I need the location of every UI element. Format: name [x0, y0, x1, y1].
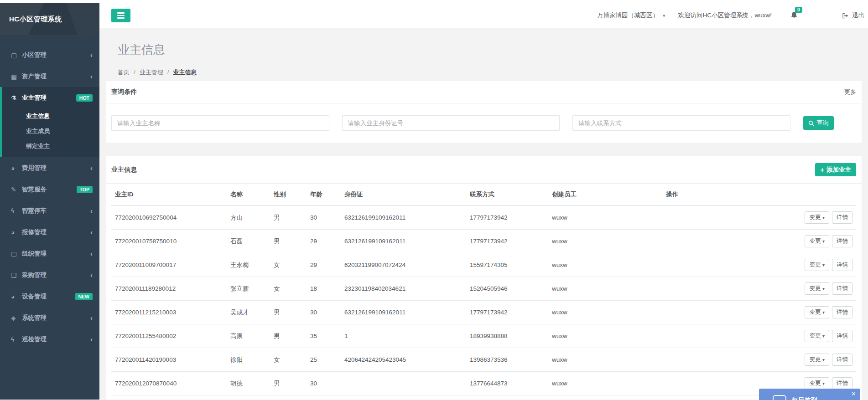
chevron-left-icon: ‹ [90, 314, 93, 321]
sidebar-item-label: 智慧服务 [22, 185, 47, 194]
sidebar-subitem[interactable]: 绑定业主 [2, 138, 99, 154]
breadcrumb-current: 业主信息 [173, 69, 197, 76]
daily-signin-toast[interactable]: ✕ 每日签到 [759, 389, 860, 400]
cell-idcard: 632126199109162011 [341, 206, 466, 230]
caret-down-icon: ▾ [822, 357, 825, 362]
column-header-4: 年龄 [307, 184, 341, 206]
sidebar-item-9[interactable]: ❏ 采购管理 ‹ [0, 264, 99, 286]
cell-phone: 13986373536 [466, 348, 548, 372]
cell-gender: 男 [270, 301, 307, 324]
sidebar-item-label: 采购管理 [22, 271, 47, 279]
sidebar-item-1[interactable]: ▢ 小区管理 ‹ [0, 44, 99, 66]
close-icon[interactable]: ✕ [851, 390, 856, 397]
cell-gender: 男 [270, 230, 307, 253]
cell-name: 王永梅 [227, 253, 270, 277]
sidebar-item-label: 智慧停车 [22, 207, 47, 215]
cell-age: 30 [307, 206, 341, 230]
community-selector[interactable]: 万博家博园（城西区） ▾ [597, 11, 665, 20]
cell-age: 18 [307, 277, 341, 301]
change-button[interactable]: 变更 ▾ [805, 330, 829, 342]
breadcrumb-owner-mgmt[interactable]: 业主管理 [140, 69, 173, 76]
change-button[interactable]: 变更 ▾ [805, 354, 829, 366]
sidebar-group: ▦ 资产管理 ‹ [0, 66, 99, 87]
cell-owner-id: 772020010692750004 [111, 206, 227, 230]
detail-button[interactable]: 详情 [832, 306, 852, 318]
bolt-icon: ϟ [11, 207, 22, 215]
sidebar-submenu: 业主信息 业主成员 绑定业主 [2, 108, 99, 154]
sidebar-item-6[interactable]: ϟ 智慧停车 ‹ [0, 200, 99, 221]
detail-button[interactable]: 详情 [832, 330, 852, 342]
change-button[interactable]: 变更 ▾ [805, 211, 829, 224]
caret-down-icon: ▾ [822, 215, 825, 220]
change-button[interactable]: 变更 ▾ [805, 282, 829, 295]
column-header-5: 身份证 [341, 184, 466, 206]
change-button[interactable]: 变更 ▾ [805, 259, 829, 271]
search-button[interactable]: 查询 [803, 116, 834, 130]
notifications-button[interactable]: 0 [790, 11, 798, 21]
sidebar-subitem[interactable]: 业主信息 [2, 108, 99, 123]
owner-phone-input[interactable] [572, 115, 790, 131]
add-owner-button[interactable]: + 添加业主 [815, 163, 856, 176]
cell-phone: 15597174305 [466, 253, 548, 277]
owners-panel-title: 业主信息 [111, 166, 137, 174]
sidebar-item-10[interactable]: ◕ 设备管理 NEW [0, 286, 99, 307]
sidebar-group: ◕ 设备管理 NEW [0, 286, 99, 307]
breadcrumb-home[interactable]: 首页 [118, 69, 140, 76]
top-strip [0, 0, 868, 3]
menu-badge: HOT [76, 94, 93, 102]
sidebar-item-12[interactable]: ϟ 巡检管理 ‹ [0, 328, 99, 350]
detail-button[interactable]: 详情 [832, 259, 852, 271]
detail-button[interactable]: 详情 [832, 354, 852, 366]
cell-phone: 18939938888 [466, 324, 548, 348]
more-link[interactable]: 更多 [844, 88, 856, 96]
sidebar-toggle-button[interactable] [111, 9, 130, 22]
cell-name: 张立新 [227, 277, 270, 301]
copy-icon: ❏ [11, 272, 22, 279]
sidebar-item-7[interactable]: ◕ 报修管理 ‹ [0, 221, 99, 243]
cell-phone: 18983027736 [466, 395, 548, 400]
detail-button[interactable]: 详情 [832, 211, 852, 224]
notification-badge: 0 [795, 7, 802, 13]
community-selector-label: 万博家博园（城西区） [597, 11, 659, 20]
detail-button[interactable]: 详情 [832, 235, 852, 247]
sidebar-item-3[interactable]: ⚗ 业主管理 HOT [2, 87, 99, 108]
sidebar-item-11[interactable]: ◈ 系统管理 ‹ [0, 307, 99, 328]
logout-button[interactable]: 退出 [842, 11, 864, 20]
cell-name: 胡德 [227, 372, 270, 395]
change-button[interactable]: 变更 ▾ [805, 306, 829, 318]
sidebar-group: ▢ 小区管理 ‹ [0, 44, 99, 66]
change-button[interactable]: 变更 ▾ [805, 377, 829, 390]
logout-label: 退出 [852, 11, 864, 20]
cell-owner-id: 772020011009700017 [111, 253, 227, 277]
sidebar-item-8[interactable]: ▢ 组织管理 ‹ [0, 243, 99, 264]
cell-idcard [341, 395, 466, 400]
table-row: 772020011189280012 张立新 女 18 232301198402… [111, 277, 856, 301]
owner-idcard-input[interactable] [342, 115, 560, 131]
sidebar-menu: ▢ 小区管理 ‹ ▦ 资产管理 ‹ ⚗ 业主管理 HOT 业主信息 业主成员 绑… [0, 35, 99, 350]
cell-phone: 17797173942 [466, 301, 548, 324]
sidebar-item-4[interactable]: ◕ 费用管理 ‹ [0, 157, 99, 179]
caret-down-icon: ▾ [822, 381, 825, 386]
sidebar-group: ◕ 费用管理 ‹ [0, 157, 99, 179]
sidebar-item-label: 巡检管理 [22, 335, 47, 344]
table-row: 772020011215210003 吴成才 男 30 632126199109… [111, 301, 856, 324]
sidebar-item-2[interactable]: ▦ 资产管理 ‹ [0, 66, 99, 87]
sidebar-item-5[interactable]: ✎ 智慧服务 TOP [0, 179, 99, 200]
gem-icon: ◈ [11, 314, 22, 322]
column-header-2: 名称 [227, 184, 270, 206]
chevron-left-icon: ‹ [90, 250, 93, 257]
pie-icon: ◕ [11, 229, 22, 236]
flask-icon: ⚗ [11, 94, 22, 102]
detail-button[interactable]: 详情 [832, 282, 852, 295]
cell-age: 30 [307, 301, 341, 324]
page-title: 业主信息 [118, 42, 861, 57]
sidebar-subitem[interactable]: 业主成员 [2, 123, 99, 138]
change-button[interactable]: 变更 ▾ [805, 235, 829, 247]
detail-button[interactable]: 详情 [832, 377, 852, 390]
chevron-left-icon: ‹ [90, 51, 93, 58]
cell-idcard: 232301198402034621 [341, 277, 466, 301]
column-header-6: 联系方式 [466, 184, 548, 206]
column-header-3: 性别 [270, 184, 307, 206]
owner-name-input[interactable] [111, 115, 329, 131]
bolt-icon: ϟ [11, 336, 22, 343]
